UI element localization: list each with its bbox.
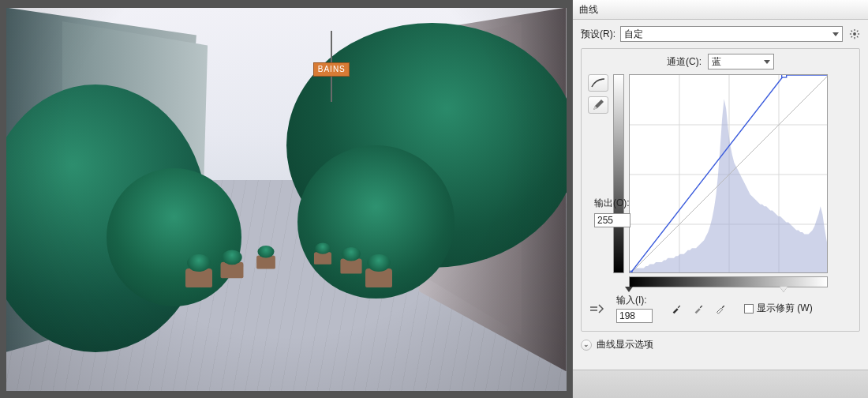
input-gradient (629, 276, 828, 287)
channel-row: 通道(C): 蓝 (588, 54, 853, 69)
target-adjust-icon[interactable] (588, 302, 605, 316)
preset-label: 预设(R): (581, 28, 615, 41)
preset-value: 自定 (624, 28, 643, 41)
show-clipping-label: 显示修剪 (W) (757, 302, 813, 315)
dialog-title: 曲线 (579, 3, 598, 17)
curve-fieldset: 通道(C): 蓝 (581, 48, 860, 332)
svg-rect-17 (782, 75, 787, 77)
white-point-slider[interactable] (780, 287, 788, 292)
curve-graph[interactable] (629, 74, 828, 273)
checkbox-icon (744, 304, 754, 314)
curve-pencil-tool[interactable] (588, 96, 608, 114)
svg-rect-16 (630, 272, 632, 273)
dialog-titlebar[interactable]: 曲线 (573, 0, 868, 20)
svg-line-8 (851, 36, 852, 37)
chevron-down-icon (764, 60, 770, 64)
svg-line-7 (857, 31, 858, 32)
gray-eyedropper[interactable] (690, 301, 706, 317)
svg-point-0 (853, 32, 856, 36)
svg-line-6 (857, 36, 858, 37)
chevron-down-icon: ⌄ (581, 340, 592, 351)
black-eyedropper[interactable] (668, 301, 684, 317)
output-gradient (613, 74, 624, 273)
white-eyedropper[interactable] (713, 301, 728, 317)
eyedropper-group (668, 301, 728, 317)
input-field[interactable]: 198 (616, 309, 653, 323)
svg-line-5 (851, 31, 852, 32)
preset-menu-icon[interactable] (849, 28, 860, 39)
output-field[interactable]: 255 (594, 213, 630, 227)
preset-select[interactable]: 自定 (620, 26, 843, 42)
input-label: 输入(I): (616, 294, 653, 307)
input-row: 输入(I): 198 显示修剪 (W) (588, 294, 853, 323)
curve-svg[interactable] (630, 75, 828, 273)
chevron-down-icon (832, 32, 839, 36)
channel-label: 通道(C): (667, 55, 702, 69)
display-options-label: 曲线显示选项 (597, 338, 653, 351)
curves-dialog: 曲线 预设(R): 自定 通道(C): 蓝 (572, 0, 868, 398)
output-field-group: 输出(O): 255 (594, 197, 640, 227)
image-frame: BAINS (6, 8, 567, 391)
dialog-bottom-strip (573, 370, 868, 398)
black-point-slider[interactable] (625, 287, 633, 292)
channel-value: 蓝 (712, 55, 721, 69)
channel-select[interactable]: 蓝 (708, 54, 774, 69)
document-canvas[interactable]: BAINS (0, 0, 572, 398)
photo: BAINS (6, 8, 567, 391)
curve-point-tool[interactable] (588, 74, 608, 92)
show-clipping-checkbox[interactable]: 显示修剪 (W) (744, 302, 813, 315)
output-label: 输出(O): (594, 197, 630, 210)
curve-tool-column (588, 74, 608, 287)
display-options-disclosure[interactable]: ⌄ 曲线显示选项 (581, 338, 860, 351)
preset-row: 预设(R): 自定 (581, 26, 860, 42)
